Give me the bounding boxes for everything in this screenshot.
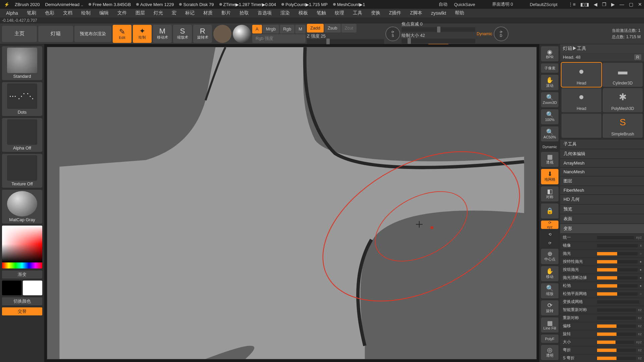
floor-button[interactable]: ⬇地网格: [541, 169, 558, 184]
menu-帮助[interactable]: 帮助: [451, 9, 468, 17]
menu-渲染[interactable]: 渲染: [276, 9, 294, 17]
next-icon[interactable]: ▶: [611, 2, 615, 7]
rgb-button[interactable]: Rgb: [280, 25, 294, 34]
menu-变换[interactable]: 变换: [367, 9, 384, 17]
menu-拾取[interactable]: 拾取: [235, 9, 253, 17]
section-HD 几何[interactable]: HD 几何: [560, 194, 644, 204]
transparent-button[interactable]: ◎透明: [541, 345, 558, 360]
section-ArrayMesh[interactable]: ArrayMesh: [560, 159, 644, 167]
slider-S 弯折[interactable]: S 弯折x z: [560, 354, 644, 362]
y-axis-button[interactable]: ⟲: [541, 231, 558, 238]
quicksave-button[interactable]: QuickSave: [451, 1, 478, 8]
zoom3d-button[interactable]: 🔍Zoom3D: [541, 92, 558, 107]
brush-selector[interactable]: Standard: [2, 46, 42, 80]
slider-抛光[interactable]: 抛光○: [560, 249, 644, 257]
panel-title[interactable]: 灯箱▶工具: [560, 44, 644, 53]
swatch-row[interactable]: [2, 281, 42, 295]
switch-color-button[interactable]: 切换颜色: [2, 297, 42, 305]
draw-size-slider[interactable]: [401, 39, 475, 43]
menu-文档[interactable]: 文档: [59, 9, 76, 17]
subpixel-button[interactable]: 子像素: [541, 63, 558, 73]
move-button[interactable]: M移动术: [153, 25, 172, 43]
section-表面[interactable]: 表面: [560, 214, 644, 224]
slider-偏移[interactable]: 偏移x z: [560, 322, 644, 330]
menu-纹理[interactable]: 纹理: [331, 9, 348, 17]
polyf-button[interactable]: PolyF: [541, 335, 558, 343]
minimize-icon[interactable]: —: [620, 2, 624, 7]
slider-弯折[interactable]: 弯折x z: [560, 346, 644, 354]
scroll-button[interactable]: ✋滚动: [541, 75, 558, 90]
tool-Head[interactable]: ●Head: [561, 88, 601, 112]
move-nav-button[interactable]: ✋移动: [541, 266, 558, 281]
menu-工具[interactable]: 工具: [349, 9, 366, 17]
scale-button[interactable]: S缩放术: [173, 25, 192, 43]
dynamic-label[interactable]: Dynamic: [541, 143, 558, 150]
slider-重新对称[interactable]: 重新对称x z: [560, 314, 644, 322]
menu-zyswlkt[interactable]: zyswlkt: [427, 9, 450, 17]
linefill-button[interactable]: ▦Line Fill: [541, 317, 558, 333]
z-axis-button[interactable]: ⟳: [541, 240, 558, 247]
s-circle[interactable]: ⟳S: [385, 26, 400, 41]
lock-button[interactable]: 🔒: [541, 203, 558, 219]
menu-icon[interactable]: ⋮≡: [568, 2, 576, 7]
tool-Head[interactable]: ●Head: [561, 63, 601, 87]
color-picker[interactable]: [2, 226, 42, 268]
menu-标记[interactable]: 标记: [181, 9, 199, 17]
lightbox-button[interactable]: 灯箱: [38, 26, 73, 42]
menu-图层[interactable]: 图层: [131, 9, 149, 17]
section-图层[interactable]: 图层: [560, 176, 644, 186]
z-intensity-slider[interactable]: [307, 39, 384, 44]
rotate-button[interactable]: R旋转术: [193, 25, 212, 43]
draw-button[interactable]: ✦绘制: [133, 25, 152, 43]
tool-PolyMesh3D[interactable]: ✱PolyMesh3D: [603, 88, 643, 112]
layout-icon[interactable]: ◧◨: [580, 2, 589, 7]
alpha-selector[interactable]: Alpha Off: [2, 118, 42, 152]
gradient-label[interactable]: 渐变: [2, 270, 42, 279]
material-selector[interactable]: MatCap Gray: [2, 190, 42, 224]
swatch-white[interactable]: [23, 281, 42, 295]
menu-Alpha[interactable]: Alpha: [2, 9, 22, 17]
tool-SimpleBrush[interactable]: SSimpleBrush: [603, 114, 643, 138]
slider-按特性抛光[interactable]: 按特性抛光●: [560, 257, 644, 265]
slider-松弛平面网格[interactable]: 松弛平面网格○: [560, 290, 644, 298]
home-button[interactable]: 主页: [2, 26, 37, 42]
auto-button[interactable]: 自动: [436, 1, 450, 8]
menu-灯光[interactable]: 灯光: [150, 9, 167, 17]
section-预览[interactable]: 预览: [560, 204, 644, 214]
r-button[interactable]: R: [634, 54, 641, 60]
mrgb-button[interactable]: Mrgb: [263, 25, 279, 34]
slider-变换成网格[interactable]: 变换成网格: [560, 298, 644, 306]
menu-笔触[interactable]: 笔触: [313, 9, 330, 17]
menu-文件[interactable]: 文件: [113, 9, 131, 17]
tool-Cylinder3D[interactable]: ▬Cylinder3D: [603, 63, 643, 87]
prev-icon[interactable]: ◀: [594, 2, 597, 7]
section-NanoMesh[interactable]: NanoMesh: [560, 167, 644, 176]
slider-抛光清晰边缘[interactable]: 抛光清晰边缘●: [560, 274, 644, 282]
center-button[interactable]: ⊕中心点: [541, 249, 558, 264]
gradient-swatch[interactable]: [233, 25, 251, 43]
symmetry-button[interactable]: ◧对称: [541, 186, 558, 201]
menu-编辑[interactable]: 编辑: [95, 9, 113, 17]
ui-opacity[interactable]: 界面透明 0: [489, 1, 516, 8]
maximize-icon[interactable]: ▢: [629, 2, 633, 7]
menu-色彩[interactable]: 色彩: [41, 9, 58, 17]
slider-镜像[interactable]: 镜像x: [560, 241, 644, 249]
scale-nav-button[interactable]: 🔍缩放: [541, 283, 558, 298]
slider-松弛[interactable]: 松弛●: [560, 282, 644, 290]
rotate-nav-button[interactable]: ⟳旋转: [541, 300, 558, 315]
slider-统一[interactable]: 统一x y z: [560, 233, 644, 241]
texture-selector[interactable]: Texture Off: [2, 154, 42, 188]
close-icon[interactable]: ✕: [638, 2, 642, 7]
zsub-button[interactable]: Zsub: [324, 24, 341, 33]
menu-材质[interactable]: 材质: [199, 9, 217, 17]
tool-slot4[interactable]: [561, 114, 601, 138]
menu-绘制[interactable]: 绘制: [77, 9, 95, 17]
a-button[interactable]: A: [252, 25, 262, 34]
section-几何体编辑[interactable]: 几何体编辑: [560, 149, 644, 159]
alternate-button[interactable]: 交替: [2, 307, 42, 315]
material-swatch[interactable]: [213, 25, 231, 43]
persp-button[interactable]: ▦透视: [541, 152, 558, 167]
layers-icon[interactable]: ❐: [602, 2, 606, 7]
xyz-button[interactable]: ⟳xyz: [541, 221, 558, 229]
zcut-button[interactable]: Zcut: [341, 24, 357, 33]
